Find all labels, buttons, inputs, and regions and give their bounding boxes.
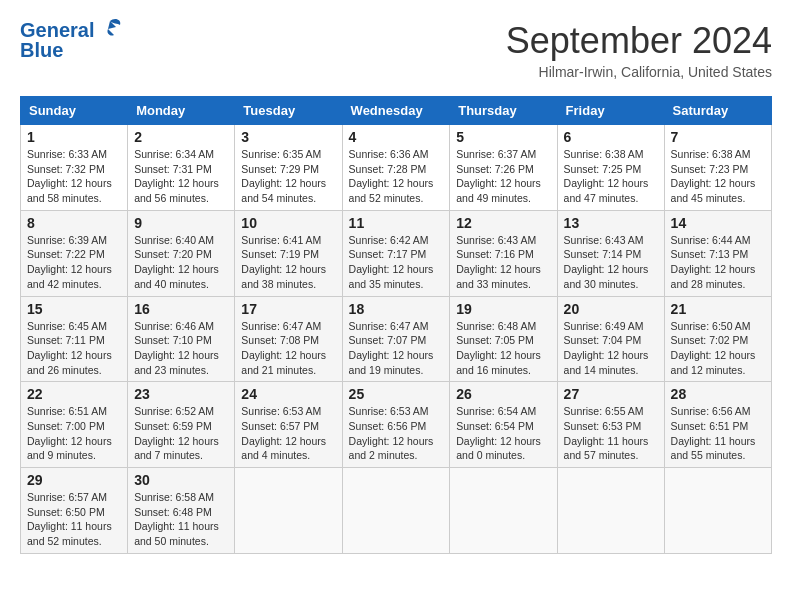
table-row: 14Sunrise: 6:44 AMSunset: 7:13 PMDayligh… [664,210,771,296]
calendar-week-2: 8Sunrise: 6:39 AMSunset: 7:22 PMDaylight… [21,210,772,296]
col-sunday: Sunday [21,97,128,125]
col-friday: Friday [557,97,664,125]
table-row: 29Sunrise: 6:57 AMSunset: 6:50 PMDayligh… [21,468,128,554]
table-row: 20Sunrise: 6:49 AMSunset: 7:04 PMDayligh… [557,296,664,382]
table-row: 17Sunrise: 6:47 AMSunset: 7:08 PMDayligh… [235,296,342,382]
table-row: 30Sunrise: 6:58 AMSunset: 6:48 PMDayligh… [128,468,235,554]
table-row: 4Sunrise: 6:36 AMSunset: 7:28 PMDaylight… [342,125,450,211]
page-header: General Blue September 2024 Hilmar-Irwin… [20,20,772,80]
logo: General Blue [20,20,126,60]
location: Hilmar-Irwin, California, United States [506,64,772,80]
logo-general: General [20,20,94,40]
table-row: 7Sunrise: 6:38 AMSunset: 7:23 PMDaylight… [664,125,771,211]
table-row: 24Sunrise: 6:53 AMSunset: 6:57 PMDayligh… [235,382,342,468]
month-title: September 2024 [506,20,772,62]
table-row: 13Sunrise: 6:43 AMSunset: 7:14 PMDayligh… [557,210,664,296]
table-row: 1Sunrise: 6:33 AMSunset: 7:32 PMDaylight… [21,125,128,211]
table-row [557,468,664,554]
table-row: 9Sunrise: 6:40 AMSunset: 7:20 PMDaylight… [128,210,235,296]
calendar-week-5: 29Sunrise: 6:57 AMSunset: 6:50 PMDayligh… [21,468,772,554]
table-row: 3Sunrise: 6:35 AMSunset: 7:29 PMDaylight… [235,125,342,211]
table-row: 18Sunrise: 6:47 AMSunset: 7:07 PMDayligh… [342,296,450,382]
calendar-week-3: 15Sunrise: 6:45 AMSunset: 7:11 PMDayligh… [21,296,772,382]
table-row: 21Sunrise: 6:50 AMSunset: 7:02 PMDayligh… [664,296,771,382]
calendar-header-row: Sunday Monday Tuesday Wednesday Thursday… [21,97,772,125]
table-row: 8Sunrise: 6:39 AMSunset: 7:22 PMDaylight… [21,210,128,296]
col-saturday: Saturday [664,97,771,125]
calendar-table: Sunday Monday Tuesday Wednesday Thursday… [20,96,772,554]
table-row [450,468,557,554]
table-row: 15Sunrise: 6:45 AMSunset: 7:11 PMDayligh… [21,296,128,382]
table-row [235,468,342,554]
table-row: 28Sunrise: 6:56 AMSunset: 6:51 PMDayligh… [664,382,771,468]
table-row [664,468,771,554]
table-row: 2Sunrise: 6:34 AMSunset: 7:31 PMDaylight… [128,125,235,211]
table-row: 12Sunrise: 6:43 AMSunset: 7:16 PMDayligh… [450,210,557,296]
calendar-week-4: 22Sunrise: 6:51 AMSunset: 7:00 PMDayligh… [21,382,772,468]
table-row: 10Sunrise: 6:41 AMSunset: 7:19 PMDayligh… [235,210,342,296]
calendar-week-1: 1Sunrise: 6:33 AMSunset: 7:32 PMDaylight… [21,125,772,211]
table-row: 23Sunrise: 6:52 AMSunset: 6:59 PMDayligh… [128,382,235,468]
title-block: September 2024 Hilmar-Irwin, California,… [506,20,772,80]
col-wednesday: Wednesday [342,97,450,125]
logo-blue: Blue [20,40,94,60]
table-row: 6Sunrise: 6:38 AMSunset: 7:25 PMDaylight… [557,125,664,211]
col-monday: Monday [128,97,235,125]
col-thursday: Thursday [450,97,557,125]
table-row: 22Sunrise: 6:51 AMSunset: 7:00 PMDayligh… [21,382,128,468]
table-row: 19Sunrise: 6:48 AMSunset: 7:05 PMDayligh… [450,296,557,382]
logo-bird-icon [90,15,126,55]
table-row [342,468,450,554]
table-row: 26Sunrise: 6:54 AMSunset: 6:54 PMDayligh… [450,382,557,468]
table-row: 5Sunrise: 6:37 AMSunset: 7:26 PMDaylight… [450,125,557,211]
col-tuesday: Tuesday [235,97,342,125]
table-row: 11Sunrise: 6:42 AMSunset: 7:17 PMDayligh… [342,210,450,296]
table-row: 16Sunrise: 6:46 AMSunset: 7:10 PMDayligh… [128,296,235,382]
table-row: 27Sunrise: 6:55 AMSunset: 6:53 PMDayligh… [557,382,664,468]
table-row: 25Sunrise: 6:53 AMSunset: 6:56 PMDayligh… [342,382,450,468]
